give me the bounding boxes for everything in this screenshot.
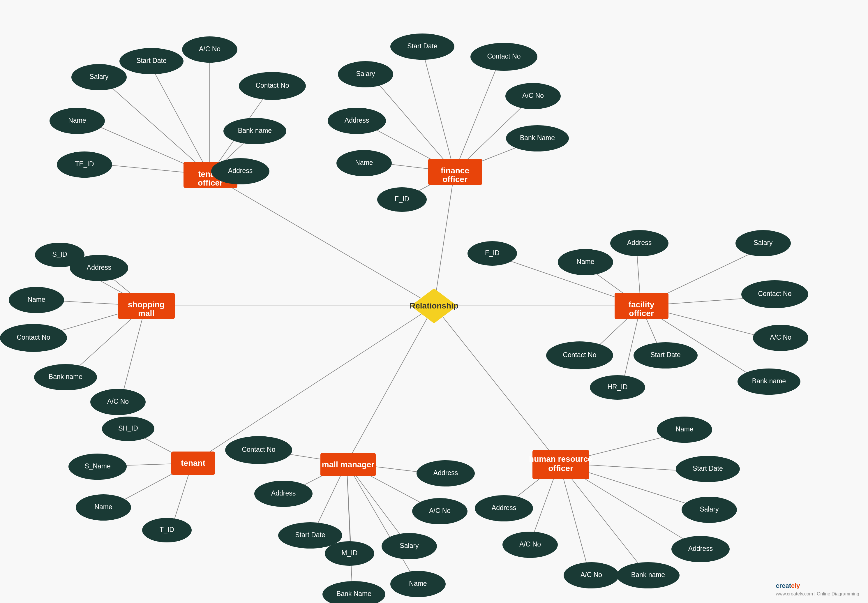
attr-label-start-date-facil: Start Date xyxy=(650,351,681,359)
attr-label-s-name: S_Name xyxy=(85,462,110,470)
attr-label-name-hr: Name xyxy=(675,425,693,433)
brand-tagline: www.creately.com | Online Diagramming xyxy=(776,591,859,596)
attr-label-address-hr2: Address xyxy=(492,504,516,512)
svg-line-57 xyxy=(559,463,590,575)
svg-line-4 xyxy=(192,306,434,463)
attr-label-address-sm: Address xyxy=(87,264,111,271)
attr-label-f-id-facil: F_ID xyxy=(485,249,500,257)
entity-label-hr-officer: human resource xyxy=(529,455,593,464)
svg-line-56 xyxy=(559,463,647,574)
attr-label-contact-no-fo: Contact No xyxy=(487,53,520,60)
attr-label-ac-no-sm: A/C No xyxy=(107,397,129,405)
attr-label-salary-fo: Salary xyxy=(356,70,375,77)
attr-label-salary-to: Salary xyxy=(90,73,109,80)
entity-label-tenant: tenant xyxy=(181,459,205,467)
attr-label-address-mm2: Address xyxy=(433,469,458,476)
attr-label-bank-name-mm: Bank Name xyxy=(337,590,371,597)
er-diagram: tenant officer finance officer shopping … xyxy=(0,0,868,603)
attr-label-sh-id: SH_ID xyxy=(118,424,138,432)
entity-label-shopping-mall: shopping xyxy=(128,300,165,309)
entity-label-facility-officer: facility xyxy=(629,300,655,309)
attr-label-m-id: M_ID xyxy=(342,549,358,557)
svg-line-7 xyxy=(151,67,210,175)
attr-label-name-tenant: Name xyxy=(94,503,112,511)
attr-label-contact-no-facil1: Contact No xyxy=(563,351,596,359)
attr-label-hr-id: HR_ID xyxy=(607,383,627,391)
entity-label-finance-officer: finance xyxy=(441,166,469,175)
attr-label-salary-hr: Salary xyxy=(700,506,719,513)
attr-label-bank-name-hr: Bank name xyxy=(631,571,665,578)
attr-label-salary-facil: Salary xyxy=(754,239,773,246)
attr-label-start-date-to: Start Date xyxy=(136,57,167,64)
attr-label-f-id-fo: F_ID xyxy=(395,195,409,203)
svg-line-6 xyxy=(434,306,559,463)
attr-label-bank-name-sm: Bank name xyxy=(49,373,82,380)
attr-label-te-id: TE_ID xyxy=(75,160,94,168)
attr-label-start-date-fo: Start Date xyxy=(407,42,437,50)
attr-label-contact-no-to: Contact No xyxy=(255,82,289,89)
attr-label-address-facil: Address xyxy=(627,239,652,246)
attr-label-ac-no-hr2: A/C No xyxy=(519,540,541,548)
attr-label-start-date-mm: Start Date xyxy=(295,531,325,539)
attr-label-name-fo: Name xyxy=(355,159,373,166)
attr-label-salary-mm: Salary xyxy=(400,542,419,549)
entity-label-shopping-mall2: mall xyxy=(138,309,154,318)
attr-label-bank-name-to: Bank name xyxy=(238,127,272,134)
attr-label-t-id: T_ID xyxy=(160,526,174,533)
attr-label-ac-no-to: A/C No xyxy=(199,45,221,53)
attr-label-name-to: Name xyxy=(68,116,86,124)
svg-line-47 xyxy=(347,463,352,594)
attr-label-ac-no-hr1: A/C No xyxy=(581,571,602,578)
entity-label-mall-manager: mall manager xyxy=(322,460,375,469)
attr-label-s-id: S_ID xyxy=(52,250,67,258)
attr-label-name-sm: Name xyxy=(27,296,45,303)
attr-label-contact-no-sm: Contact No xyxy=(17,334,50,341)
attr-label-contact-no-mm: Contact No xyxy=(242,446,275,453)
attr-label-name-mm: Name xyxy=(409,580,427,587)
attr-label-ac-no-fo: A/C No xyxy=(522,92,544,99)
attr-label-address-hr: Address xyxy=(688,545,713,552)
attr-label-bank-name-facil: Bank name xyxy=(752,377,786,385)
creately-branding: creately www.creately.com | Online Diagr… xyxy=(776,582,859,597)
svg-line-27 xyxy=(121,306,146,400)
attr-label-name-facil: Name xyxy=(576,258,594,265)
attr-label-start-date-hr: Start Date xyxy=(693,465,723,472)
attr-label-contact-no-facil2: Contact No xyxy=(758,290,791,297)
attr-label-address-mm: Address xyxy=(271,489,296,497)
svg-line-5 xyxy=(347,306,434,463)
svg-line-1 xyxy=(434,172,454,306)
relationship-label: Relationship xyxy=(409,301,459,310)
attr-label-address-fo: Address xyxy=(344,116,369,124)
entity-label-hr-officer2: officer xyxy=(548,464,573,473)
brand-name-orange: ely xyxy=(791,582,800,589)
attr-label-ac-no-mm: A/C No xyxy=(429,507,451,515)
brand-name-blue: creat xyxy=(776,582,791,589)
attr-label-ac-no-facil: A/C No xyxy=(770,334,791,341)
entity-label-facility-officer2: officer xyxy=(629,309,654,318)
attr-label-address-to: Address xyxy=(228,167,253,175)
svg-line-9 xyxy=(105,82,210,175)
svg-line-20 xyxy=(454,57,501,172)
entity-label-finance-officer2: officer xyxy=(442,175,468,184)
attr-label-bank-name-fo: Bank Name xyxy=(520,134,555,142)
